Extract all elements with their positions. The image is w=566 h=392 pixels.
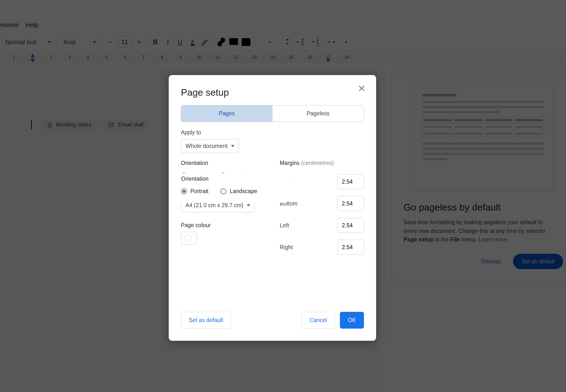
close-button[interactable] xyxy=(358,84,366,93)
tab-pages[interactable]: Pages xyxy=(181,105,272,122)
cancel-button[interactable]: Cancel xyxy=(301,312,335,329)
chevron-down-icon xyxy=(231,145,234,147)
apply-to-label: Apply to xyxy=(181,129,364,136)
dialog-title: Page setup xyxy=(181,87,364,98)
margins-label: Margins (centimetres) xyxy=(280,160,364,166)
tab-pageless[interactable]: Pageless xyxy=(272,105,364,122)
margin-left-input[interactable] xyxy=(338,218,364,233)
tab-bar: Pages Pageless xyxy=(181,105,364,122)
chevron-down-icon xyxy=(247,204,250,207)
orientation-label: Orientation xyxy=(181,160,265,166)
margin-right-input[interactable] xyxy=(338,240,364,255)
ok-button[interactable]: OK xyxy=(340,312,364,329)
margin-left-label: Left xyxy=(280,222,289,229)
page-color-select[interactable] xyxy=(181,232,197,245)
apply-to-value: Whole document xyxy=(185,143,228,149)
paper-size-value: A4 (21.0 cm x 29.7 cm) xyxy=(185,202,243,209)
set-as-default-button[interactable]: Set as default xyxy=(181,312,231,329)
margin-bottom-input[interactable] xyxy=(338,196,364,211)
orientation-portrait-hl[interactable]: Portrait xyxy=(181,188,208,195)
radio-icon xyxy=(181,188,187,194)
orientation-label-hl: Orientation xyxy=(181,176,286,182)
apply-to-select[interactable]: Whole document xyxy=(181,139,239,153)
margin-top-input[interactable] xyxy=(338,174,364,189)
orientation-landscape-hl[interactable]: Landscape xyxy=(221,188,257,195)
page-setup-dialog: Page setup Pages Pageless Apply to Whole… xyxy=(169,75,376,341)
margin-right-label: Right xyxy=(280,244,293,251)
color-swatch-icon xyxy=(184,235,191,242)
page-color-label: Page colour xyxy=(181,222,265,229)
radio-icon xyxy=(221,188,226,194)
